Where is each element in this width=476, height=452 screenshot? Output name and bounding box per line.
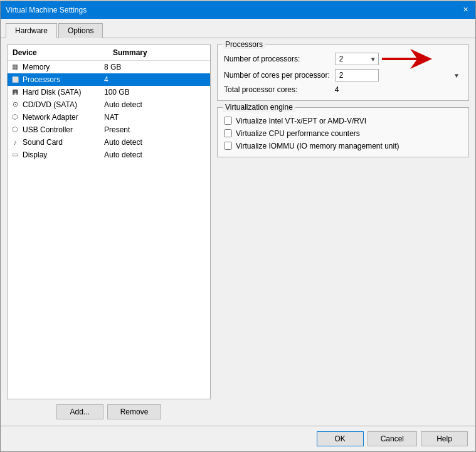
display-icon	[10, 150, 20, 160]
device-summary-harddisk: 100 GB	[104, 88, 208, 97]
num-processors-control: 1 2 4 8 ▼	[335, 53, 462, 65]
total-cores-value: 4	[335, 85, 462, 94]
add-button[interactable]: Add...	[56, 404, 103, 419]
virt-option-1[interactable]: Virtualize CPU performance counters	[224, 129, 462, 138]
device-name-processors: Processors	[23, 75, 104, 84]
cancel-button[interactable]: Cancel	[368, 431, 417, 446]
device-summary-usb: Present	[104, 125, 208, 134]
virt-option-0[interactable]: Virtualize Intel VT-x/EPT or AMD-V/RVI	[224, 117, 462, 125]
tab-options[interactable]: Options	[58, 23, 103, 38]
num-cores-select-wrapper: 1 2 4 8 ▼	[335, 69, 462, 81]
device-name-network: Network Adapter	[23, 113, 104, 122]
content-area: Device Summary Memory 8 GB Processors 4 …	[1, 38, 475, 426]
device-list-container: Device Summary Memory 8 GB Processors 4 …	[7, 45, 211, 399]
left-panel: Device Summary Memory 8 GB Processors 4 …	[7, 45, 211, 419]
num-cores-select[interactable]: 1 2 4 8	[335, 69, 379, 81]
harddisk-icon	[10, 87, 20, 97]
device-summary-processors: 4	[104, 75, 208, 84]
tabs-bar: Hardware Options	[1, 19, 475, 38]
device-summary-display: Auto detect	[104, 150, 208, 159]
red-arrow-annotation	[382, 46, 432, 71]
device-row-memory[interactable]: Memory 8 GB	[8, 61, 210, 73]
num-processors-select-wrapper: 1 2 4 8 ▼	[335, 53, 379, 65]
processors-group: Processors Number of processors: 1 2 4 8…	[217, 45, 469, 101]
device-name-harddisk: Hard Disk (SATA)	[23, 88, 104, 97]
remove-button[interactable]: Remove	[107, 404, 162, 419]
device-row-processors[interactable]: Processors 4	[8, 73, 210, 86]
virt-checkbox-0[interactable]	[224, 117, 232, 125]
virtual-machine-settings-window: Virtual Machine Settings ✕ Hardware Opti…	[0, 1, 476, 452]
ok-button[interactable]: OK	[317, 431, 364, 446]
title-bar: Virtual Machine Settings ✕	[1, 1, 475, 19]
col-header-device: Device	[10, 47, 110, 58]
num-processors-label: Number of processors:	[224, 55, 330, 63]
device-name-cdrom: CD/DVD (SATA)	[23, 100, 104, 109]
num-cores-chevron-icon: ▼	[453, 71, 460, 78]
device-row-harddisk[interactable]: Hard Disk (SATA) 100 GB	[8, 86, 210, 98]
device-summary-cdrom: Auto detect	[104, 100, 208, 109]
device-summary-sound: Auto detect	[104, 138, 208, 147]
processor-icon	[10, 75, 20, 85]
processors-group-title: Processors	[223, 40, 265, 49]
tab-hardware[interactable]: Hardware	[6, 23, 57, 38]
help-button[interactable]: Help	[421, 431, 468, 446]
right-panel: Processors Number of processors: 1 2 4 8…	[217, 45, 469, 419]
virt-label-0: Virtualize Intel VT-x/EPT or AMD-V/RVI	[236, 117, 366, 125]
device-name-display: Display	[23, 150, 104, 159]
usb-icon	[10, 125, 20, 135]
device-row-cdrom[interactable]: CD/DVD (SATA) Auto detect	[8, 98, 210, 111]
col-header-summary: Summary	[110, 47, 208, 58]
processor-settings: Number of processors: 1 2 4 8 ▼	[224, 53, 462, 94]
memory-icon	[10, 62, 20, 72]
svg-marker-0	[382, 49, 432, 69]
virtualization-group-title: Virtualization engine	[223, 103, 295, 112]
virt-checkbox-1[interactable]	[224, 129, 232, 137]
device-name-sound: Sound Card	[23, 138, 104, 147]
num-cores-label: Number of cores per processor:	[224, 71, 330, 80]
device-row-network[interactable]: Network Adapter NAT	[8, 111, 210, 124]
device-row-sound[interactable]: Sound Card Auto detect	[8, 136, 210, 149]
left-buttons: Add... Remove	[7, 399, 211, 419]
virt-checkbox-2[interactable]	[224, 142, 232, 150]
virtualization-group: Virtualization engine Virtualize Intel V…	[217, 107, 469, 157]
virt-label-1: Virtualize CPU performance counters	[236, 129, 360, 138]
network-icon	[10, 112, 20, 122]
device-name-memory: Memory	[23, 63, 104, 71]
device-row-usb[interactable]: USB Controller Present	[8, 124, 210, 136]
cdrom-icon	[10, 100, 20, 110]
virt-option-2[interactable]: Virtualize IOMMU (IO memory management u…	[224, 142, 462, 150]
device-summary-network: NAT	[104, 113, 208, 122]
close-button[interactable]: ✕	[460, 5, 470, 15]
device-row-display[interactable]: Display Auto detect	[8, 149, 210, 161]
device-list-header: Device Summary	[8, 45, 210, 61]
num-processors-select[interactable]: 1 2 4 8	[335, 53, 379, 65]
device-name-usb: USB Controller	[23, 125, 104, 134]
sound-icon	[10, 137, 20, 147]
virt-label-2: Virtualize IOMMU (IO memory management u…	[236, 142, 399, 150]
title-bar-controls: ✕	[460, 5, 470, 15]
device-summary-memory: 8 GB	[104, 63, 208, 71]
total-cores-label: Total processor cores:	[224, 85, 330, 94]
bottom-bar: OK Cancel Help	[1, 426, 475, 451]
window-title: Virtual Machine Settings	[6, 6, 87, 14]
